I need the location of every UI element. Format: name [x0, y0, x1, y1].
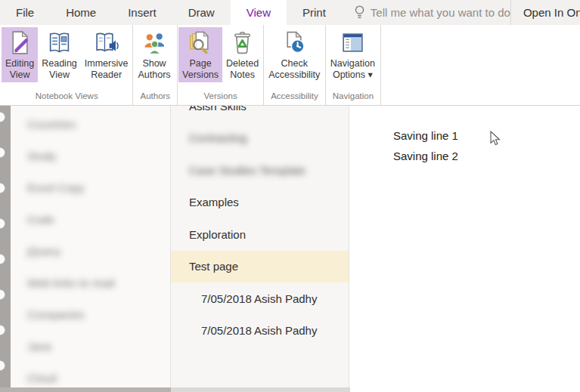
page-list-item[interactable]: Case Studies Template [171, 154, 349, 187]
bottom-scrollbar[interactable] [0, 387, 350, 392]
ribbon-button-label: Notes [230, 69, 255, 81]
sidebar-section-study[interactable]: Study [27, 140, 170, 172]
main-area: CountriesStudyExcel CopyCodejQueryWeb li… [0, 106, 580, 392]
ribbon-button-show-authors[interactable]: ShowAuthors [134, 27, 174, 82]
ribbon-group-label: Navigation [327, 88, 380, 105]
ribbon-button-check-accessibility[interactable]: CheckAccessibility [265, 27, 324, 82]
menu-tabs: FileHomeInsertDrawViewPrint [0, 0, 342, 25]
ribbon-group-label: Notebook Views [2, 88, 132, 105]
immersive-reader-icon [94, 30, 119, 55]
page-list-item[interactable]: Examples [171, 187, 349, 219]
ribbon-button-reading-view[interactable]: ReadingView [38, 27, 81, 82]
mouse-cursor [490, 131, 501, 147]
ribbon-group-notebook-views: EditingView ReadingView ImmersiveReaderN… [1, 25, 133, 105]
ribbon-button-deleted-notes[interactable]: DeletedNotes [222, 27, 262, 82]
ribbon-group-buttons: NavigationOptions ▾ [327, 25, 380, 88]
tab-home[interactable]: Home [50, 0, 112, 25]
ribbon-group-buttons: EditingView ReadingView ImmersiveReader [2, 25, 132, 88]
ribbon-button-label: Options ▾ [333, 69, 373, 81]
ribbon-group-label: Versions [178, 88, 262, 105]
ribbon-button-label: Immersive [85, 58, 129, 69]
page-item-label: Examples [189, 196, 239, 208]
menu-bar: FileHomeInsertDrawViewPrint Tell me what… [0, 0, 580, 25]
navigation-options-icon [340, 30, 365, 55]
sidebar-section-companies[interactable]: Companies [27, 299, 170, 331]
ribbon-button-label: Show [142, 58, 166, 69]
ribbon-button-label: View [10, 69, 30, 81]
deleted-notes-icon [230, 30, 255, 55]
ribbon-button-label: View [49, 69, 70, 81]
page-version-item[interactable]: 7/05/2018 Asish Padhy [171, 315, 349, 347]
notebook-spine [0, 106, 11, 392]
editing-view-icon [8, 30, 33, 55]
sidebar-section-code[interactable]: Code [27, 204, 170, 236]
page-list: Asish SkillsContractingCase Studies Temp… [171, 106, 349, 392]
ribbon-button-label: Navigation [330, 58, 375, 69]
page-item-label: 7/05/2018 Asish Padhy [201, 324, 317, 337]
page-canvas[interactable]: Saving line 1Saving line 2 [349, 106, 580, 392]
ribbon-group-accessibility: CheckAccessibilityAccessibility [264, 25, 326, 105]
ribbon-button-label: Page [189, 58, 211, 69]
page-item-label: Asish Skills [189, 106, 247, 113]
open-in-onenote-label: Open In OneNote [523, 6, 580, 19]
ribbon-button-navigation-options[interactable]: NavigationOptions ▾ [327, 27, 379, 82]
ribbon: EditingView ReadingView ImmersiveReaderN… [0, 25, 580, 106]
show-authors-icon [142, 30, 167, 55]
note-line: Saving line 2 [393, 146, 580, 166]
ribbon-button-label: Editing [5, 58, 34, 69]
ribbon-button-label: Reader [91, 69, 122, 81]
tell-me-box[interactable]: Tell me what you want to do [354, 0, 510, 25]
ribbon-group-versions: PageVersions DeletedNotesVersions [178, 25, 264, 105]
ribbon-group-label: Accessibility [265, 88, 324, 105]
page-list-item[interactable]: Asish Skills [171, 106, 349, 122]
ribbon-button-label: Authors [138, 69, 170, 81]
tell-me-placeholder: Tell me what you want to do [371, 6, 510, 19]
page-item-label: 7/05/2018 Asish Padhy [201, 292, 317, 305]
ribbon-button-label: Reading [42, 58, 77, 69]
sidebar-section-excel-copy[interactable]: Excel Copy [27, 172, 170, 204]
ribbon-button-immersive-reader[interactable]: ImmersiveReader [81, 27, 132, 82]
ribbon-group-buttons: ShowAuthors [134, 25, 176, 88]
ribbon-group-buttons: CheckAccessibility [265, 25, 324, 88]
tab-insert[interactable]: Insert [112, 0, 172, 25]
page-list-item[interactable]: Contracting [171, 122, 349, 155]
ribbon-group-buttons: PageVersions DeletedNotes [178, 25, 262, 88]
page-item-label: Test page [189, 260, 238, 273]
section-list: CountriesStudyExcel CopyCodejQueryWeb li… [11, 106, 171, 392]
page-item-label: Case Studies Template [189, 164, 306, 177]
tab-file[interactable]: File [0, 0, 50, 25]
tab-draw[interactable]: Draw [172, 0, 231, 25]
sidebar-section-web-links-to-read[interactable]: Web links to read [27, 267, 170, 299]
page-item-label: Exploration [189, 228, 246, 241]
note-line: Saving line 1 [393, 125, 580, 146]
page-list-item[interactable]: Exploration [171, 218, 349, 251]
page-versions-icon [188, 30, 213, 55]
tab-view[interactable]: View [231, 0, 287, 25]
ribbon-group-label: Authors [134, 88, 176, 105]
sidebar-section-countries[interactable]: Countries [27, 109, 170, 140]
tab-print[interactable]: Print [287, 0, 342, 25]
ribbon-button-label: Check [281, 58, 307, 69]
open-in-onenote-button[interactable]: Open In OneNote [510, 0, 580, 25]
lightbulb-icon [354, 5, 365, 20]
reading-view-icon [47, 30, 72, 55]
page-version-item[interactable]: 7/05/2018 Asish Padhy [171, 282, 349, 315]
check-accessibility-icon [282, 30, 307, 55]
sidebar-section-java[interactable]: Java [27, 331, 170, 363]
page-list-item[interactable]: Test page [171, 251, 349, 283]
sidebar-section-jquery[interactable]: jQuery [27, 236, 170, 267]
ribbon-button-label: Deleted [226, 58, 259, 69]
ribbon-button-label: Accessibility [268, 69, 320, 81]
ribbon-button-editing-view[interactable]: EditingView [2, 27, 38, 82]
ribbon-group-authors: ShowAuthorsAuthors [133, 25, 178, 105]
ribbon-group-navigation: NavigationOptions ▾Navigation [326, 25, 381, 105]
ribbon-button-page-versions[interactable]: PageVersions [178, 27, 222, 82]
page-item-label: Contracting [189, 131, 247, 144]
ribbon-button-label: Versions [182, 69, 219, 81]
